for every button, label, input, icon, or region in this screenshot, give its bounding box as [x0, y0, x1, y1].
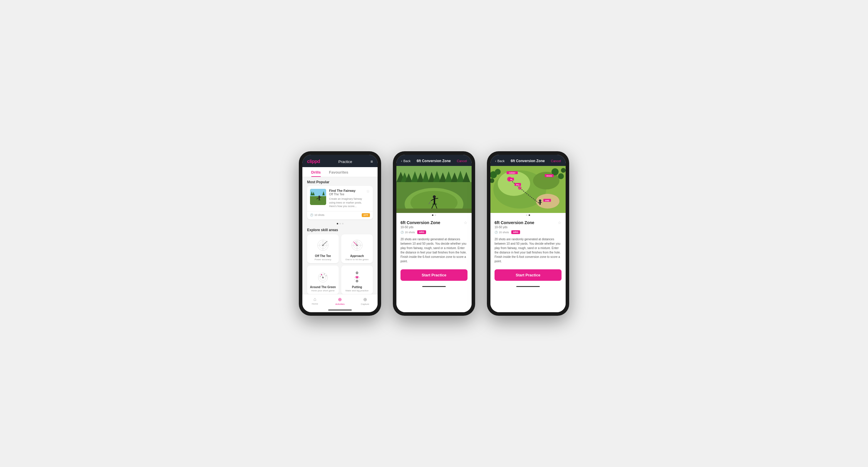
svg-text:ROUGH: ROUGH — [547, 175, 552, 177]
phone3-content: FAIRWAY ROUGH Miss Hit SAND — [490, 166, 566, 312]
back-chevron-2: ‹ — [401, 159, 402, 163]
nav-home-label: Home — [312, 302, 318, 305]
skill-name-ott: Off The Tee — [315, 254, 331, 258]
phone1-content: Most Popular — [302, 177, 378, 294]
skill-card-approach[interactable]: Approach Dial-in to hit the green — [341, 234, 373, 263]
svg-point-29 — [326, 275, 327, 276]
img-dot-1-2 — [432, 214, 433, 216]
start-practice-button-3[interactable]: Start Practice — [495, 269, 561, 281]
svg-rect-1 — [310, 196, 326, 205]
svg-text:FAIRWAY: FAIRWAY — [509, 172, 516, 174]
image-dots-3 — [490, 213, 566, 218]
svg-point-5 — [318, 196, 320, 197]
card-drill-name: Find The Fairway — [329, 189, 363, 193]
drill-shots-3: 🕐 20 shots — [495, 231, 509, 234]
img-dot-2-2 — [435, 214, 436, 216]
drill-description-3: 20 shots are randomly generated at dista… — [495, 237, 561, 263]
home-indicator-3 — [516, 286, 540, 287]
drill-title-3: 6ft Conversion Zone — [495, 220, 534, 225]
menu-icon[interactable]: ≡ — [371, 160, 373, 164]
svg-rect-61 — [396, 208, 472, 213]
start-practice-button-2[interactable]: Start Practice — [401, 269, 467, 281]
skill-desc-ott: Power accuracy — [315, 258, 332, 261]
svg-text:SAND: SAND — [545, 200, 550, 201]
tab-drills[interactable]: Drills — [307, 167, 325, 177]
cancel-button-2[interactable]: Cancel — [457, 159, 467, 163]
phone-3: ‹ Back 6ft Conversion Zone Cancel — [487, 151, 569, 316]
phone2-content: 6ft Conversion Zone ☆ 10-50 yds 🕐 20 sho… — [396, 166, 472, 312]
nav-capture[interactable]: ⊕ Capture — [352, 297, 378, 305]
skill-desc-putting: Make and lag practice — [346, 289, 369, 292]
skill-desc-atg: Hone your short game — [311, 289, 334, 292]
around-green-icon — [314, 269, 332, 284]
clock-icon-3: 🕐 — [495, 231, 498, 234]
most-popular-label: Most Popular — [302, 177, 378, 186]
phone3-header: ‹ Back 6ft Conversion Zone Cancel — [490, 155, 566, 166]
skill-grid: Off The Tee Power accuracy — [302, 234, 378, 294]
header-practice-title: Practice — [338, 160, 352, 164]
drill-title-row-2: 6ft Conversion Zone ☆ — [401, 220, 467, 225]
nav-activities-label: Activities — [335, 303, 345, 305]
phone-2-screen: ‹ Back 6ft Conversion Zone Cancel — [396, 155, 472, 312]
nav-activities[interactable]: ⊕ Activities — [327, 297, 352, 305]
back-button-2[interactable]: ‹ Back — [401, 159, 410, 163]
svg-point-86 — [539, 199, 541, 202]
card-dots — [302, 221, 378, 226]
skill-card-putting[interactable]: Putting Make and lag practice — [341, 266, 373, 294]
tab-favourites[interactable]: Favourites — [325, 167, 352, 177]
card-footer: 🕐 10 shots OTT — [307, 211, 373, 220]
phone-3-screen: ‹ Back 6ft Conversion Zone Cancel — [490, 155, 566, 312]
arg-badge-2: ARG — [417, 230, 426, 234]
phone2-header: ‹ Back 6ft Conversion Zone Cancel — [396, 155, 472, 166]
img-dot-2-3 — [529, 214, 530, 216]
skill-name-atg: Around The Green — [310, 286, 336, 289]
home-indicator-2 — [422, 286, 446, 287]
card-star-icon[interactable]: ☆ — [366, 189, 370, 194]
phone-2: ‹ Back 6ft Conversion Zone Cancel — [393, 151, 475, 316]
drill-star-3[interactable]: ☆ — [558, 220, 561, 225]
back-label-3: Back — [497, 159, 504, 163]
shots-info: 🕐 10 shots — [310, 213, 324, 216]
drill-meta-2: 🕐 20 shots ARG — [401, 230, 467, 234]
card-description: Create an imaginary fairway using trees … — [329, 197, 363, 208]
drill-meta-3: 🕐 20 shots ARG — [495, 230, 561, 234]
drill-detail-3: 6ft Conversion Zone ☆ 10-50 yds 🕐 20 sho… — [490, 218, 566, 266]
skill-name-approach: Approach — [350, 254, 364, 258]
svg-point-68 — [495, 169, 501, 175]
skill-card-off-the-tee[interactable]: Off The Tee Power accuracy — [307, 234, 339, 263]
skill-card-around-green[interactable]: Around The Green Hone your short game — [307, 266, 339, 294]
home-indicator — [328, 309, 352, 310]
drill-title-2: 6ft Conversion Zone — [401, 220, 440, 225]
drill-photo-2 — [396, 166, 472, 213]
svg-point-28 — [324, 273, 325, 275]
svg-text:Hit: Hit — [510, 178, 513, 180]
drill-distance-3: 10-50 yds — [495, 226, 561, 229]
cancel-button-3[interactable]: Cancel — [551, 159, 561, 163]
svg-point-55 — [433, 195, 436, 198]
shots-count: 10 shots — [314, 213, 324, 216]
drill-description-2: 20 shots are randomly generated at dista… — [401, 237, 467, 263]
off-the-tee-icon — [314, 238, 332, 253]
card-text: Find The Fairway Off The Tee Create an i… — [329, 189, 363, 208]
drill-title-row-3: 6ft Conversion Zone ☆ — [495, 220, 561, 225]
dot-1 — [337, 223, 338, 224]
featured-drill-card[interactable]: Find The Fairway Off The Tee Create an i… — [307, 186, 373, 220]
svg-point-72 — [561, 168, 566, 173]
nav-capture-label: Capture — [361, 303, 369, 305]
phone1-header: clippd Practice ≡ — [302, 155, 378, 167]
back-chevron-3: ‹ — [495, 159, 496, 163]
drill-star-2[interactable]: ☆ — [464, 220, 467, 225]
skill-desc-approach: Dial-in to hit the green — [346, 258, 369, 261]
phone-1-screen: clippd Practice ≡ Drills Favourites Most… — [302, 155, 378, 312]
back-button-3[interactable]: ‹ Back — [495, 159, 504, 163]
clock-icon: 🕐 — [310, 213, 313, 216]
phones-container: clippd Practice ≡ Drills Favourites Most… — [299, 151, 569, 316]
back-label-2: Back — [403, 159, 410, 163]
ott-badge: OTT — [362, 213, 370, 217]
nav-home[interactable]: ⌂ Home — [302, 297, 327, 305]
svg-point-74 — [518, 186, 522, 190]
img-dot-1-3 — [526, 214, 527, 216]
card-thumbnail — [310, 189, 326, 205]
drill-shots-2: 🕐 20 shots — [401, 231, 415, 234]
phone-1: clippd Practice ≡ Drills Favourites Most… — [299, 151, 381, 316]
